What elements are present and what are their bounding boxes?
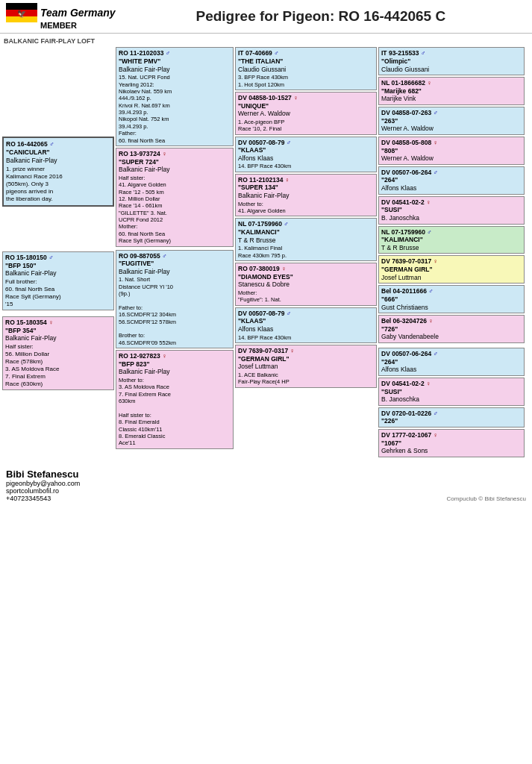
footer-email: pigeonbyby@yahoo.com xyxy=(6,480,80,487)
col-gggp: IT 93-215533 ♂ "Olimpic" Claudio Giussan… xyxy=(378,47,525,457)
gggp-spacer xyxy=(378,345,525,346)
team-name: Team Germany xyxy=(40,7,116,19)
gp3: RO 09-887055 ♂ "FUGITIVE" Balkanic Fair-… xyxy=(116,250,234,349)
footer-name: Bibi Stefanescu xyxy=(6,469,80,480)
footer-website: sportcolumbofil.ro xyxy=(6,487,80,495)
gggp4: DV 04858-05-808 ♀ "808" Werner A. Waldow xyxy=(378,137,525,165)
pedigree-area: BALKANIC FAIR-PLAY LOFT RO 16-442065 ♂ "… xyxy=(0,34,532,460)
gggp14: DV 1777-02-1067 ♀ "1067" Gehrken & Sons xyxy=(378,429,525,457)
col-main: RO 16-442065 ♂ "CANICULAR" Balkanic Fair… xyxy=(2,47,114,390)
footer: Bibi Stefanescu pigeonbyby@yahoo.com spo… xyxy=(0,466,532,505)
gggp11: DV 00507-06-264 ♂ "264" Alfons Klaas xyxy=(378,348,525,376)
gggp12: DV 04541-02-2 ♀ "SUSI" B. Janoschka xyxy=(378,378,525,406)
copyright: Compuclub © Bibi Stefanescu xyxy=(447,495,526,502)
main-id: RO 16-442065 ♂ xyxy=(6,140,110,148)
gggp2: NL 01-1866682 ♀ "Marijke 682" Marijke Vi… xyxy=(378,77,525,105)
gggp13: DV 0720-01-0226 ♂ "226" xyxy=(378,407,525,428)
loft-label: BALKANIC FAIR-PLAY LOFT xyxy=(4,37,530,46)
col1-top-card: RO 15-180150 ♂ "BFP 150" Balkanic Fair-P… xyxy=(2,251,114,310)
contact-info: Bibi Stefanescu pigeonbyby@yahoo.com spo… xyxy=(6,469,80,502)
footer-phone: +40723345543 xyxy=(6,495,80,502)
gggp7: NL 07-1759960 ♂ "KALIMANCI" T & R Brusse xyxy=(378,226,525,254)
gggp3: DV 04858-07-263 ♂ "263" Werner A. Waldow xyxy=(378,107,525,135)
page-title: Pedigree for Pigeon: RO 16-442065 C xyxy=(116,8,526,25)
svg-text:🦅: 🦅 xyxy=(17,9,27,19)
gggp10: Bel 06-3204726 ♀ "726" Gaby Vandenabeele xyxy=(378,315,525,343)
gp1: RO 11-2102033 ♂ "WHITE PMV" Balkanic Fai… xyxy=(116,47,234,146)
col1-bot-card: RO 15-180354 ♀ "BFP 354" Balkanic Fair-P… xyxy=(2,316,114,390)
gggp8: DV 7639-07-0317 ♀ "GERMAN GIRL" Josef Lu… xyxy=(378,255,525,284)
ggp4: RO 11-2102134 ♀ "SUPER 134" Balkanic Fai… xyxy=(235,174,377,217)
logo-area: 🦅 Team Germany MEMBER xyxy=(6,3,116,30)
ggp6: RO 07-380019 ♀ "DIAMOND EYES" Stanescu &… xyxy=(235,263,377,306)
pedigree-main: RO 16-442065 ♂ "CANICULAR" Balkanic Fair… xyxy=(2,47,530,457)
gggp5: DV 00507-06-264 ♂ "264" Alfons Klaas xyxy=(378,166,525,195)
member-label: MEMBER xyxy=(40,21,116,30)
col-ggp: IT 07-40669 ♂ "THE ITALIAN" Claudio Gius… xyxy=(235,47,377,387)
ggp2: DV 04858-10-1527 ♀ "UNIQUE" Werner A. Wa… xyxy=(235,92,377,135)
gggp6: DV 04541-02-2 ♀ "SUSI" B. Janoschka xyxy=(378,196,525,225)
gp4: RO 12-927823 ♀ "BFP 823" Balkanic Fair-P… xyxy=(116,350,234,449)
ggp8: DV 7639-07-0317 ♀ "GERMAN GIRL" Josef Lu… xyxy=(235,345,377,388)
header: 🦅 Team Germany MEMBER Pedigree for Pigeo… xyxy=(0,0,532,34)
gp2: RO 13-973724 ♀ "SUPER 724" Balkanic Fair… xyxy=(116,148,234,247)
main-pigeon-card: RO 16-442065 ♂ "CANICULAR" Balkanic Fair… xyxy=(2,137,114,207)
gggp1: IT 93-215533 ♂ "Olimpic" Claudio Giussan… xyxy=(378,47,525,75)
ggp3: DV 00507-08-79 ♂ "KLAAS" Alfons Klaas 14… xyxy=(235,137,377,172)
col-gp: RO 11-2102033 ♂ "WHITE PMV" Balkanic Fai… xyxy=(116,47,234,449)
gggp9: Bel 04-2011666 ♂ "666" Gust Christiaens xyxy=(378,285,525,313)
ggp1: IT 07-40669 ♂ "THE ITALIAN" Claudio Gius… xyxy=(235,47,377,90)
ggp7: DV 00507-08-79 ♂ "KLAAS" Alfons Klaas 14… xyxy=(235,307,377,343)
flag-icon: 🦅 xyxy=(6,3,37,22)
svg-rect-0 xyxy=(6,3,37,10)
ggp5: NL 07-1759960 ♂ "KALIMANCI" T & R Brusse… xyxy=(235,218,377,261)
